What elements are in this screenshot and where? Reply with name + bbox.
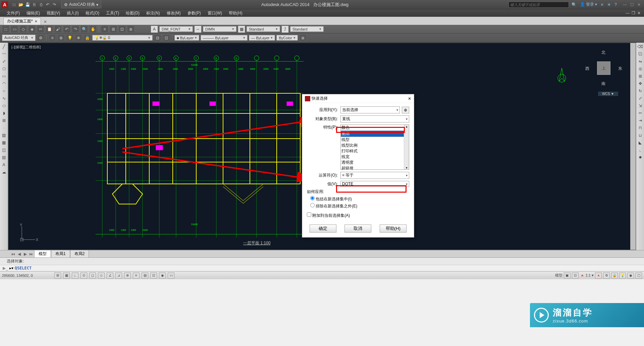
vertical-scrollbar[interactable] — [630, 43, 636, 250]
tab-nav-first[interactable]: ⏮ — [10, 252, 16, 256]
table-tool[interactable]: ▤ — [1, 154, 7, 161]
menu-format[interactable]: 格式(O) — [86, 10, 99, 16]
move-tool[interactable]: ✥ — [637, 80, 643, 87]
revcloud-tool[interactable]: ☁ — [1, 169, 7, 176]
apply-to-dropdown[interactable]: 当前选择▾ — [340, 106, 400, 113]
select-objects-button[interactable]: ⊕ — [402, 107, 409, 113]
tab-model[interactable]: 模型 — [34, 250, 51, 258]
ok-button[interactable]: 确定 — [310, 225, 336, 233]
am-toggle[interactable]: ▭ — [168, 273, 174, 279]
ortho-toggle[interactable]: ∟ — [72, 273, 78, 279]
layer-btn[interactable]: 💡 — [66, 34, 73, 42]
lwt-toggle[interactable]: ≡ — [133, 273, 140, 279]
tool-btn[interactable]: ⊡ — [118, 26, 126, 33]
mleaderstyle-dropdown[interactable]: Standard▾ — [290, 26, 324, 32]
radio-include[interactable]: 包括在新选择集中(I) — [310, 196, 409, 202]
redo-icon[interactable]: ↷ — [52, 2, 57, 7]
layer-btn[interactable]: ⊟ — [154, 34, 161, 42]
line-tool[interactable]: ╱ — [1, 43, 7, 50]
new-icon[interactable]: □ — [11, 2, 17, 7]
workspace-dropdown-2[interactable]: AutoCAD 经典▾ — [2, 35, 36, 41]
tool-btn[interactable]: ◈ — [28, 26, 36, 33]
login-button[interactable]: 👤 登录 ▾ — [580, 2, 597, 7]
menu-file[interactable]: 文件(F) — [7, 10, 20, 16]
dialog-close-button[interactable]: ✕ — [408, 96, 411, 101]
hatch-tool[interactable]: ▨ — [1, 132, 7, 139]
maximize-button[interactable]: ☐ — [630, 2, 634, 7]
mirror-tool[interactable]: ⇋ — [637, 58, 643, 65]
grid-toggle[interactable]: ▦ — [63, 273, 70, 279]
value-dropdown[interactable]: DOTE▾ — [340, 181, 409, 187]
viewcube[interactable]: 北 南 东 西 上 — [585, 50, 622, 87]
tool-btn[interactable]: 📋 — [46, 26, 53, 33]
command-input[interactable]: QSELECT — [15, 266, 32, 270]
help-search-input[interactable] — [508, 2, 569, 8]
3dosnap-toggle[interactable]: ◇ — [98, 273, 105, 279]
cancel-button[interactable]: 取消 — [344, 225, 371, 233]
tablestyle-icon[interactable]: ▦ — [238, 26, 245, 33]
block-tool[interactable]: ⊞ — [1, 117, 7, 124]
tab-nav-last[interactable]: ⏭ — [28, 252, 34, 256]
snap-toggle[interactable]: ⊞ — [54, 273, 61, 279]
tool-btn[interactable]: ⊞ — [110, 26, 117, 33]
extend-tool[interactable]: ⇥ — [637, 117, 643, 124]
doc-minimize-button[interactable]: — — [626, 11, 630, 15]
menu-param[interactable]: 参数(P) — [187, 10, 201, 16]
layer-btn[interactable]: ≡ — [49, 34, 56, 42]
circle-tool[interactable]: ○ — [1, 88, 7, 94]
scale-tool[interactable]: ⤢ — [637, 95, 643, 102]
properties-listbox[interactable]: 颜色 图层 线型 线型比例 打印样式 线宽 透明度 超链接 厚度 材质 起点 X… — [340, 125, 409, 170]
explode-tool[interactable]: ✸ — [637, 154, 643, 161]
help-icon[interactable]: ? — [614, 2, 617, 7]
list-scrollbar[interactable]: ▴▾ — [404, 125, 409, 169]
stretch-tool[interactable]: ⇲ — [637, 102, 643, 109]
menu-view[interactable]: 视图(V) — [47, 10, 60, 16]
annoscale-button[interactable]: 🔺 1:1 ▾ — [580, 273, 594, 278]
erase-tool[interactable]: ⌫ — [637, 43, 643, 50]
ws-switch-button[interactable]: ⚙ — [603, 273, 610, 279]
saveas-icon[interactable]: ⎘ — [32, 2, 37, 7]
operator-dropdown[interactable]: = 等于▾ — [340, 172, 409, 179]
help-button[interactable]: 帮助(H) — [380, 225, 407, 233]
props-btn[interactable]: ≣ — [299, 34, 307, 42]
print-icon[interactable]: ⎙ — [38, 2, 44, 7]
polygon-tool[interactable]: ⬠ — [1, 65, 7, 72]
polyline-tool[interactable]: 〰 — [1, 51, 7, 57]
tool-btn[interactable]: ≣ — [127, 26, 135, 33]
dimstyle-icon[interactable]: ↔ — [194, 26, 202, 33]
textstyle-icon[interactable]: A — [151, 26, 158, 33]
undo-icon[interactable]: ↶ — [45, 2, 50, 7]
break-tool[interactable]: ⊓ — [637, 125, 643, 131]
workspace-dropdown[interactable]: ⚙ AutoCAD 经典 ▾ — [61, 1, 101, 8]
save-icon[interactable]: 💾 — [25, 2, 30, 7]
ellipse-tool[interactable]: ⬭ — [1, 102, 7, 109]
list-item-selected[interactable]: 图层 — [341, 131, 409, 137]
chamfer-tool[interactable]: ◣ — [637, 139, 643, 146]
ducs-toggle[interactable]: ⊿ — [115, 273, 122, 279]
text-tool[interactable]: A — [1, 161, 7, 168]
menu-draw[interactable]: 绘图(D) — [126, 10, 140, 16]
tool-btn[interactable]: ◇ — [19, 26, 27, 33]
array-tool[interactable]: ⊞ — [637, 73, 643, 80]
doc-close-button[interactable]: ✕ — [637, 11, 641, 15]
list-item[interactable]: 线型比例 — [341, 143, 409, 148]
tab-layout1[interactable]: 布局1 — [51, 250, 70, 258]
tool-btn[interactable]: ✋ — [89, 26, 97, 33]
mleader-icon[interactable]: ⤴ — [281, 26, 289, 33]
exchange-icon[interactable]: ✕ — [600, 2, 604, 7]
open-icon[interactable]: 📂 — [18, 2, 23, 7]
modelspace-button[interactable]: 模型 — [555, 273, 562, 278]
tool-btn[interactable]: 🔍 — [80, 26, 88, 33]
menu-insert[interactable]: 插入(I) — [67, 10, 78, 16]
lineweight-dropdown[interactable]: — ByLayer▾ — [249, 35, 275, 41]
viewcube-top[interactable]: 上 — [597, 61, 610, 75]
tab-nav-prev[interactable]: ◀ — [16, 252, 22, 256]
list-item[interactable]: 线型 — [341, 137, 409, 143]
list-item[interactable]: 线宽 — [341, 154, 409, 160]
join-tool[interactable]: ⊔ — [637, 132, 643, 139]
layer-btn[interactable]: ❄ — [75, 34, 82, 42]
layer-dropdown[interactable]: 💡❄🔓 0▾ — [92, 35, 153, 41]
menu-help[interactable]: 帮助(H) — [229, 10, 243, 16]
gradient-tool[interactable]: ▦ — [1, 139, 7, 146]
rect-tool[interactable]: ▭ — [1, 73, 7, 80]
